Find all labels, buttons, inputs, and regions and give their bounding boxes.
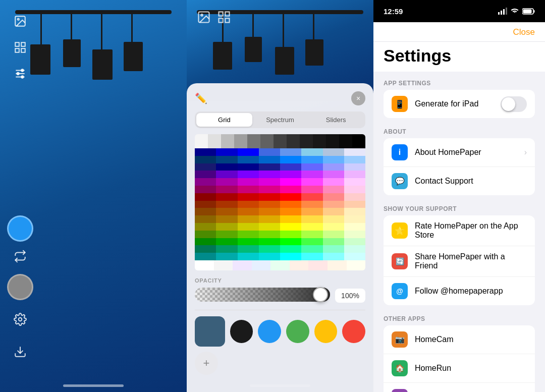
color-cell[interactable] bbox=[280, 231, 301, 238]
color-cell[interactable] bbox=[216, 223, 237, 231]
settings-row-about-homepaper[interactable]: i About HomePaper › bbox=[384, 138, 535, 167]
color-cell[interactable] bbox=[238, 171, 259, 178]
color-cell[interactable] bbox=[301, 201, 322, 208]
color-cell[interactable] bbox=[216, 245, 237, 253]
color-cell[interactable] bbox=[259, 245, 280, 253]
color-cell[interactable] bbox=[195, 178, 216, 186]
color-cell[interactable] bbox=[195, 186, 216, 193]
color-cell[interactable] bbox=[238, 201, 259, 208]
color-cell[interactable] bbox=[238, 193, 259, 201]
color-cell[interactable] bbox=[195, 231, 216, 238]
color-cell[interactable] bbox=[280, 245, 301, 253]
color-cell[interactable] bbox=[238, 245, 259, 253]
color-cell[interactable] bbox=[238, 208, 259, 215]
color-cell[interactable] bbox=[216, 253, 237, 260]
color-cell[interactable] bbox=[195, 163, 216, 171]
color-cell[interactable] bbox=[195, 253, 216, 260]
color-cell[interactable] bbox=[216, 171, 237, 178]
color-cell[interactable] bbox=[238, 148, 259, 156]
color-cell[interactable] bbox=[344, 156, 365, 163]
swap-icon[interactable] bbox=[14, 250, 27, 266]
color-cell[interactable] bbox=[238, 163, 259, 171]
color-cell[interactable] bbox=[301, 178, 322, 186]
color-cell[interactable] bbox=[238, 215, 259, 223]
color-cell[interactable] bbox=[280, 186, 301, 193]
color-circle-gray[interactable] bbox=[7, 274, 33, 300]
swatch-blue[interactable] bbox=[258, 320, 281, 343]
sidebar-icon-grid[interactable] bbox=[9, 36, 31, 59]
color-cell[interactable] bbox=[344, 201, 365, 208]
color-cell[interactable] bbox=[344, 215, 365, 223]
color-cell[interactable] bbox=[323, 163, 344, 171]
color-cell[interactable] bbox=[259, 178, 280, 186]
color-cell[interactable] bbox=[280, 156, 301, 163]
color-cell[interactable] bbox=[344, 193, 365, 201]
color-cell[interactable] bbox=[195, 171, 216, 178]
color-cell[interactable] bbox=[259, 238, 280, 246]
color-cell[interactable] bbox=[259, 223, 280, 231]
color-cell[interactable] bbox=[195, 201, 216, 208]
color-cell[interactable] bbox=[195, 245, 216, 253]
color-cell[interactable] bbox=[238, 238, 259, 246]
color-cell[interactable] bbox=[301, 148, 322, 156]
sidebar-icon-download[interactable] bbox=[9, 341, 31, 363]
color-cell[interactable] bbox=[301, 163, 322, 171]
color-cell[interactable] bbox=[195, 223, 216, 231]
color-cell[interactable] bbox=[259, 186, 280, 193]
color-cell[interactable] bbox=[216, 186, 237, 193]
color-cell[interactable] bbox=[344, 148, 365, 156]
close-settings-button[interactable]: Close bbox=[513, 27, 535, 37]
color-cell[interactable] bbox=[344, 186, 365, 193]
tab-spectrum[interactable]: Spectrum bbox=[252, 113, 308, 127]
color-cell[interactable] bbox=[344, 171, 365, 178]
color-cell[interactable] bbox=[301, 231, 322, 238]
generate-ipad-toggle[interactable] bbox=[501, 96, 527, 112]
settings-row-homerun[interactable]: 🏠 HomeRun bbox=[384, 354, 535, 383]
settings-row-homecam[interactable]: 📷 HomeCam bbox=[384, 325, 535, 354]
color-cell[interactable] bbox=[238, 223, 259, 231]
color-cell[interactable] bbox=[344, 238, 365, 246]
color-cell[interactable] bbox=[280, 193, 301, 201]
color-cell[interactable] bbox=[344, 208, 365, 215]
color-cell[interactable] bbox=[323, 148, 344, 156]
color-cell[interactable] bbox=[238, 253, 259, 260]
color-cell[interactable] bbox=[280, 178, 301, 186]
swatch-black[interactable] bbox=[230, 320, 253, 343]
color-cell[interactable] bbox=[280, 163, 301, 171]
color-cell[interactable] bbox=[323, 253, 344, 260]
swatch-green[interactable] bbox=[286, 320, 309, 343]
color-cell[interactable] bbox=[280, 238, 301, 246]
color-cell[interactable] bbox=[323, 223, 344, 231]
swatch-yellow[interactable] bbox=[314, 320, 338, 343]
color-cell[interactable] bbox=[216, 201, 237, 208]
color-cell[interactable] bbox=[344, 178, 365, 186]
color-cell[interactable] bbox=[344, 163, 365, 171]
color-cell[interactable] bbox=[259, 201, 280, 208]
color-cell[interactable] bbox=[323, 156, 344, 163]
color-cell[interactable] bbox=[323, 238, 344, 246]
color-cell[interactable] bbox=[216, 238, 237, 246]
color-cell[interactable] bbox=[259, 215, 280, 223]
color-cell[interactable] bbox=[259, 156, 280, 163]
color-cell[interactable] bbox=[216, 148, 237, 156]
color-cell[interactable] bbox=[280, 148, 301, 156]
sidebar-icon-sliders[interactable] bbox=[9, 63, 31, 85]
color-cell[interactable] bbox=[344, 245, 365, 253]
color-cell[interactable] bbox=[259, 231, 280, 238]
color-cell[interactable] bbox=[280, 208, 301, 215]
color-cell[interactable] bbox=[301, 208, 322, 215]
color-cell[interactable] bbox=[323, 245, 344, 253]
color-cell[interactable] bbox=[301, 223, 322, 231]
color-cell[interactable] bbox=[323, 231, 344, 238]
color-cell[interactable] bbox=[195, 156, 216, 163]
color-cell[interactable] bbox=[280, 201, 301, 208]
tab-grid[interactable]: Grid bbox=[196, 113, 252, 127]
color-cell[interactable] bbox=[301, 238, 322, 246]
sidebar-icon-settings[interactable] bbox=[9, 308, 31, 330]
color-cell[interactable] bbox=[238, 231, 259, 238]
color-cell[interactable] bbox=[216, 208, 237, 215]
color-grid[interactable] bbox=[195, 134, 365, 270]
color-cell[interactable] bbox=[301, 193, 322, 201]
color-cell[interactable] bbox=[280, 171, 301, 178]
add-swatch-button[interactable]: + bbox=[195, 352, 218, 375]
